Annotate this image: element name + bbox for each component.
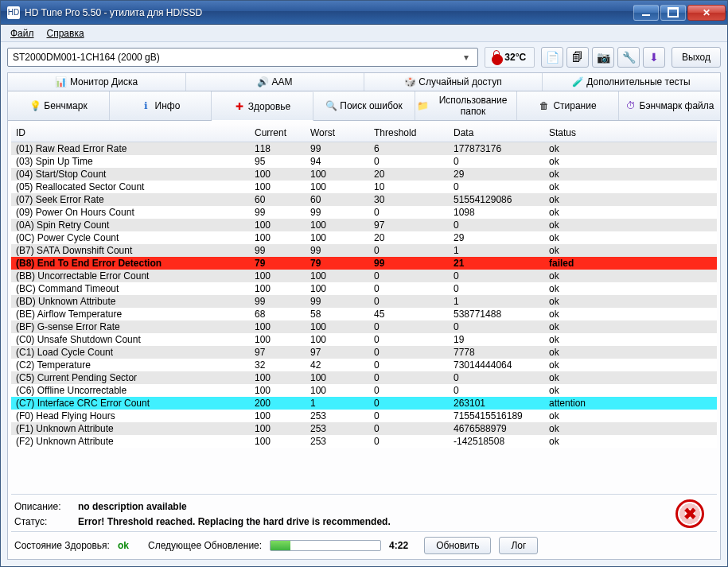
log-button[interactable]: Лог <box>499 537 538 554</box>
refresh-button[interactable]: Обновить <box>424 537 491 554</box>
tab-error-scan[interactable]: 🔍Поиск ошибок <box>313 91 415 120</box>
table-row[interactable]: (05) Reallocated Sector Count100100100ok <box>11 181 717 193</box>
menu-help[interactable]: Справка <box>41 26 91 41</box>
table-row[interactable]: (F2) Unknown Attribute1002530-142518508o… <box>11 435 717 448</box>
window-controls <box>633 5 726 21</box>
tab-extra-tests[interactable]: 🧪Дополнительные тесты <box>543 73 720 91</box>
col-current[interactable]: Current <box>250 124 306 142</box>
drive-select[interactable]: ST2000DM001-1CH164 (2000 gB) ▾ <box>7 48 478 67</box>
cell-worst: 100 <box>306 282 369 295</box>
copy-info-button[interactable]: 📄 <box>541 47 563 68</box>
table-row[interactable]: (BC) Command Timeout10010000ok <box>11 282 717 295</box>
col-worst[interactable]: Worst <box>306 124 369 142</box>
close-button[interactable] <box>687 5 726 21</box>
tab-random-access[interactable]: 🎲Случайный доступ <box>364 73 543 91</box>
tab-info[interactable]: ℹИнфо <box>110 91 212 120</box>
window-title: HD Tune Pro 5.50 - утилита для HD/SSD <box>25 7 633 18</box>
exit-button[interactable]: Выход <box>672 47 721 68</box>
tab-erase[interactable]: 🗑Стирание <box>517 91 619 120</box>
table-row[interactable]: (BD) Unknown Attribute999901ok <box>11 295 717 308</box>
table-row[interactable]: (0C) Power Cycle Count1001002029ok <box>11 231 717 244</box>
table-row[interactable]: (F0) Head Flying Hours100253071554155161… <box>11 410 717 422</box>
cell-data: 4676588979 <box>449 422 544 435</box>
table-row[interactable]: (C2) Temperature3242073014444064ok <box>11 359 717 371</box>
menu-file[interactable]: Файл <box>4 26 41 41</box>
table-row[interactable]: (07) Seek Error Rate60603051554129086ok <box>11 193 717 206</box>
table-row[interactable]: (BF) G-sense Error Rate10010000ok <box>11 320 717 333</box>
tab-row-1: 📊Монитор Диска 🔊AAM 🎲Случайный доступ 🧪Д… <box>8 73 720 91</box>
description-label: Описание: <box>14 501 78 512</box>
table-row[interactable]: (B8) End To End Error Detection79799921f… <box>11 257 717 270</box>
cell-id: (05) Reallocated Sector Count <box>11 181 250 193</box>
error-icon: ✖ <box>675 499 704 528</box>
cell-worst: 100 <box>306 371 369 384</box>
cell-data: 19 <box>449 333 544 346</box>
cell-status: ok <box>544 219 717 231</box>
cell-worst: 253 <box>306 435 369 448</box>
tab-health[interactable]: ✚Здоровье <box>212 92 313 121</box>
table-row[interactable]: (C7) Interface CRC Error Count2001026310… <box>11 397 717 410</box>
cell-threshold: 0 <box>369 295 449 308</box>
table-row[interactable]: (04) Start/Stop Count1001002029ok <box>11 168 717 181</box>
cell-data: 0 <box>449 155 544 168</box>
tab-benchmark[interactable]: 💡Бенчмарк <box>8 91 110 120</box>
col-data[interactable]: Data <box>449 124 544 142</box>
tab-file-benchmark[interactable]: ⏱Бэнчмарк файла <box>619 91 720 120</box>
cell-current: 100 <box>250 219 306 231</box>
random-icon: 🎲 <box>404 76 415 87</box>
cell-threshold: 0 <box>369 371 449 384</box>
description-panel: Описание: no description available ✖ Ста… <box>11 494 717 531</box>
cell-current: 32 <box>250 359 306 371</box>
col-id[interactable]: ID <box>11 124 250 142</box>
cell-id: (0C) Power Cycle Count <box>11 231 250 244</box>
cell-current: 60 <box>250 193 306 206</box>
tab-disk-monitor[interactable]: 📊Монитор Диска <box>8 73 186 91</box>
col-status[interactable]: Status <box>544 124 717 142</box>
dropdown-arrow-icon: ▾ <box>460 52 473 63</box>
status-value: Error! Threshold reached. Replacing the … <box>78 516 666 527</box>
table-row[interactable]: (03) Spin Up Time959400ok <box>11 155 717 168</box>
cell-status: ok <box>544 244 717 257</box>
drive-select-value: ST2000DM001-1CH164 (2000 gB) <box>13 52 460 63</box>
cell-threshold: 0 <box>369 206 449 219</box>
save-button[interactable]: ⬇ <box>643 47 665 68</box>
table-row[interactable]: (01) Raw Read Error Rate118996177873176o… <box>11 142 717 156</box>
col-threshold[interactable]: Threshold <box>369 124 449 142</box>
table-row[interactable]: (B7) SATA Downshift Count999901ok <box>11 244 717 257</box>
table-row[interactable]: (09) Power On Hours Count999901098ok <box>11 206 717 219</box>
cell-threshold: 0 <box>369 282 449 295</box>
maximize-button[interactable] <box>660 5 686 21</box>
footer-row: Состояние Здоровья: ok Следующее Обновле… <box>11 531 717 556</box>
tab-aam[interactable]: 🔊AAM <box>186 73 364 91</box>
table-row[interactable]: (0A) Spin Retry Count100100970ok <box>11 219 717 231</box>
cell-worst: 99 <box>306 206 369 219</box>
table-row[interactable]: (C5) Current Pending Sector10010000ok <box>11 371 717 384</box>
cell-worst: 100 <box>306 270 369 282</box>
table-row[interactable]: (C1) Load Cycle Count979707778ok <box>11 346 717 359</box>
table-row[interactable]: (BE) Airflow Temperature685845538771488o… <box>11 308 717 320</box>
cell-id: (BB) Uncorrectable Error Count <box>11 270 250 282</box>
cell-current: 118 <box>250 142 306 156</box>
cell-current: 100 <box>250 181 306 193</box>
cell-worst: 100 <box>306 231 369 244</box>
cell-status: ok <box>544 155 717 168</box>
cell-status: failed <box>544 257 717 270</box>
temperature-value: 32°C <box>504 52 526 63</box>
update-progress-bar <box>271 541 290 550</box>
cell-id: (BC) Command Timeout <box>11 282 250 295</box>
table-row[interactable]: (F1) Unknown Attribute10025304676588979o… <box>11 422 717 435</box>
cell-id: (07) Seek Error Rate <box>11 193 250 206</box>
save-screenshot-button[interactable]: 📷 <box>592 47 614 68</box>
health-table-scroll[interactable]: ID Current Worst Threshold Data Status (… <box>11 124 717 494</box>
table-row[interactable]: (BB) Uncorrectable Error Count10010000ok <box>11 270 717 282</box>
table-row[interactable]: (C0) Unsafe Shutdown Count100100019ok <box>11 333 717 346</box>
cell-current: 100 <box>250 231 306 244</box>
cell-data: 0 <box>449 219 544 231</box>
cell-threshold: 0 <box>369 270 449 282</box>
options-button[interactable]: 🔧 <box>617 47 640 68</box>
table-row[interactable]: (C6) Offline Uncorrectable10010000ok <box>11 384 717 397</box>
copy-screenshot-button[interactable]: 🗐 <box>566 47 589 68</box>
tab-folder-usage[interactable]: 📁Использование папок <box>415 91 517 120</box>
cell-data: 51554129086 <box>449 193 544 206</box>
minimize-button[interactable] <box>633 5 659 21</box>
